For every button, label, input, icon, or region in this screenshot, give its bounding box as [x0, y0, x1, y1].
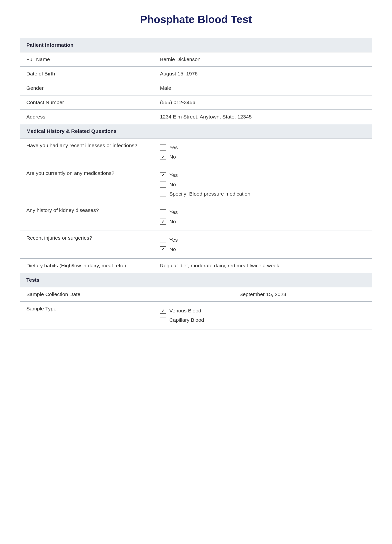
table-row: Address 1234 Elm Street, Anytown, State,…	[20, 110, 372, 124]
medications-options: Yes No Specify: Blood pressure medicatio…	[154, 166, 372, 203]
capillary-blood-label: Capillary Blood	[169, 317, 204, 323]
kidney-yes-item[interactable]: Yes	[160, 209, 366, 215]
table-row: Sample Type Venous Blood Capillary Blood	[20, 302, 372, 329]
full-name-value: Bernie Dickenson	[154, 52, 372, 67]
full-name-label: Full Name	[20, 52, 154, 67]
injuries-options: Yes No	[154, 231, 372, 259]
illnesses-label: Have you had any recent illnesses or inf…	[20, 139, 154, 166]
table-row: Sample Collection Date September 15, 202…	[20, 287, 372, 302]
gender-value: Male	[154, 81, 372, 95]
medications-specify-label: Specify: Blood pressure medication	[169, 191, 250, 197]
medical-history-header: Medical History & Related Questions	[20, 124, 372, 139]
injuries-checkbox-group: Yes No	[160, 235, 366, 254]
sample-type-label: Sample Type	[20, 302, 154, 329]
medications-specify-checkbox[interactable]	[160, 191, 166, 197]
dob-value: August 15, 1976	[154, 67, 372, 81]
illnesses-yes-item[interactable]: Yes	[160, 145, 366, 151]
illnesses-checkbox-group: Yes No	[160, 143, 366, 162]
table-row: Full Name Bernie Dickenson	[20, 52, 372, 67]
page-title: Phosphate Blood Test	[20, 13, 372, 26]
kidney-options: Yes No	[154, 203, 372, 231]
illnesses-no-item[interactable]: No	[160, 154, 366, 160]
gender-label: Gender	[20, 81, 154, 95]
dietary-value: Regular diet, moderate dairy, red meat t…	[154, 259, 372, 273]
table-row: Recent injuries or surgeries? Yes No	[20, 231, 372, 259]
illnesses-no-checkbox[interactable]	[160, 154, 166, 160]
kidney-no-label: No	[169, 219, 176, 225]
table-row: Any history of kidney diseases? Yes No	[20, 203, 372, 231]
table-row: Gender Male	[20, 81, 372, 95]
injuries-no-item[interactable]: No	[160, 246, 366, 252]
injuries-label: Recent injuries or surgeries?	[20, 231, 154, 259]
venous-blood-item[interactable]: Venous Blood	[160, 308, 366, 314]
main-form-table: Patient Information Full Name Bernie Dic…	[20, 38, 372, 329]
kidney-yes-label: Yes	[169, 209, 178, 215]
injuries-yes-item[interactable]: Yes	[160, 237, 366, 243]
venous-blood-checkbox[interactable]	[160, 308, 166, 314]
medications-specify-item[interactable]: Specify: Blood pressure medication	[160, 191, 366, 197]
illnesses-options: Yes No	[154, 139, 372, 166]
medications-no-label: No	[169, 182, 176, 188]
table-row: Date of Birth August 15, 1976	[20, 67, 372, 81]
kidney-checkbox-group: Yes No	[160, 207, 366, 227]
illnesses-yes-label: Yes	[169, 145, 178, 151]
medications-label: Are you currently on any medications?	[20, 166, 154, 203]
tests-header: Tests	[20, 273, 372, 287]
table-row: Dietary habits (High/low in dairy, meat,…	[20, 259, 372, 273]
medications-yes-checkbox[interactable]	[160, 172, 166, 178]
medical-history-header-row: Medical History & Related Questions	[20, 124, 372, 139]
dob-label: Date of Birth	[20, 67, 154, 81]
contact-value: (555) 012-3456	[154, 95, 372, 110]
dietary-label: Dietary habits (High/low in dairy, meat,…	[20, 259, 154, 273]
medications-no-checkbox[interactable]	[160, 182, 166, 188]
injuries-yes-checkbox[interactable]	[160, 237, 166, 243]
address-label: Address	[20, 110, 154, 124]
sample-type-checkbox-group: Venous Blood Capillary Blood	[160, 306, 366, 325]
kidney-no-checkbox[interactable]	[160, 219, 166, 225]
collection-date-label: Sample Collection Date	[20, 287, 154, 302]
medications-yes-label: Yes	[169, 172, 178, 178]
tests-header-row: Tests	[20, 273, 372, 287]
illnesses-no-label: No	[169, 154, 176, 160]
collection-date-value: September 15, 2023	[154, 287, 372, 302]
capillary-blood-item[interactable]: Capillary Blood	[160, 317, 366, 323]
patient-info-header-row: Patient Information	[20, 38, 372, 52]
table-row: Have you had any recent illnesses or inf…	[20, 139, 372, 166]
illnesses-yes-checkbox[interactable]	[160, 145, 166, 151]
venous-blood-label: Venous Blood	[169, 308, 201, 314]
injuries-no-checkbox[interactable]	[160, 246, 166, 252]
injuries-no-label: No	[169, 246, 176, 252]
contact-label: Contact Number	[20, 95, 154, 110]
capillary-blood-checkbox[interactable]	[160, 317, 166, 323]
medications-yes-item[interactable]: Yes	[160, 172, 366, 178]
kidney-yes-checkbox[interactable]	[160, 209, 166, 215]
kidney-no-item[interactable]: No	[160, 219, 366, 225]
medications-checkbox-group: Yes No Specify: Blood pressure medicatio…	[160, 170, 366, 199]
address-value: 1234 Elm Street, Anytown, State, 12345	[154, 110, 372, 124]
table-row: Contact Number (555) 012-3456	[20, 95, 372, 110]
sample-type-options: Venous Blood Capillary Blood	[154, 302, 372, 329]
injuries-yes-label: Yes	[169, 237, 178, 243]
patient-info-header: Patient Information	[20, 38, 372, 52]
medications-no-item[interactable]: No	[160, 182, 366, 188]
kidney-label: Any history of kidney diseases?	[20, 203, 154, 231]
table-row: Are you currently on any medications? Ye…	[20, 166, 372, 203]
